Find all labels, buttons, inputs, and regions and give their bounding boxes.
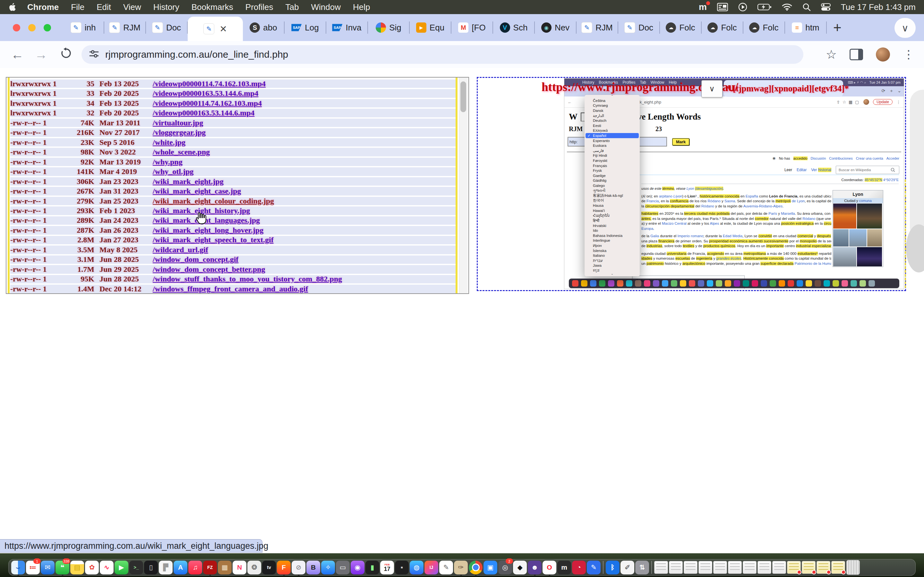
bookmark-star-icon[interactable]: ☆ — [826, 47, 837, 61]
side-panel-icon[interactable] — [850, 49, 863, 60]
reminders-icon[interactable]: ≔1 — [26, 559, 40, 575]
language-option[interactable]: Dansk — [585, 108, 640, 113]
new-tab-button[interactable]: + — [833, 19, 842, 35]
tab-RJM[interactable]: ✎RJM — [577, 14, 618, 41]
language-option[interactable]: Føroyskt — [585, 158, 640, 163]
back-button[interactable]: ← — [11, 47, 24, 62]
minimize-window-button[interactable] — [28, 24, 36, 31]
forward-button[interactable]: → — [35, 47, 47, 62]
language-option[interactable]: 한국어 — [585, 198, 640, 203]
minimized-webpage-window[interactable] — [787, 559, 801, 575]
language-option-selected[interactable]: ✓Español — [586, 133, 639, 138]
do-not-disturb-icon[interactable]: ⊘ — [292, 559, 305, 575]
facetime-icon[interactable]: ▶ — [115, 559, 128, 575]
notability-icon[interactable]: ✎ — [587, 559, 601, 575]
language-option[interactable]: Cymraeg — [585, 103, 640, 108]
minimized-document-window[interactable] — [669, 559, 683, 575]
music-icon[interactable]: ♫ — [188, 559, 202, 575]
language-option[interactable]: Galego — [585, 183, 640, 188]
zoom-icon[interactable]: ▣ — [483, 559, 497, 575]
minimized-document-window[interactable] — [713, 559, 727, 575]
file-link[interactable]: /windows_ffmpeg_front_camera_and_audio.g… — [153, 285, 308, 293]
minimized-document-window[interactable] — [654, 559, 668, 575]
menu-item-chrome[interactable]: Chrome — [21, 2, 65, 12]
language-option[interactable]: עברית — [585, 258, 640, 263]
language-option[interactable]: Čeština — [585, 98, 640, 103]
tab-Folc[interactable]: ☁Folc — [743, 14, 784, 41]
language-option[interactable]: Esperanto — [585, 138, 640, 143]
listing-scrollbar[interactable] — [459, 77, 468, 293]
profile-avatar[interactable] — [876, 47, 890, 61]
language-option[interactable]: Interlingue — [585, 238, 640, 243]
language-option[interactable]: Fiji Hindi — [585, 153, 640, 158]
spiral-app-icon[interactable]: ◎2 — [498, 559, 512, 575]
language-option[interactable]: Ελληνικά — [585, 128, 640, 133]
iphone-mirroring-icon[interactable]: ▯ — [144, 559, 158, 575]
minimized-webpage-window[interactable] — [802, 559, 816, 575]
transfer-app-icon[interactable]: ⇅ — [635, 559, 649, 575]
tab-active[interactable]: ✎✕ — [188, 17, 243, 41]
file-link[interactable]: /white.jpg — [153, 138, 186, 147]
bbedit-icon[interactable]: B — [306, 559, 320, 575]
tab-Folc[interactable]: ☁Folc — [702, 14, 743, 41]
language-option[interactable]: Ирон — [585, 243, 640, 248]
file-link[interactable]: /videowp0000163.53.144.6.mp4 — [153, 109, 254, 117]
menu-bar-clock[interactable]: Tue 17 Feb 1:43 pm — [841, 2, 916, 12]
file-link[interactable]: /window_dom_concept_better.png — [153, 265, 265, 274]
file-link[interactable]: /wiki_mark_eight_speech_to_text.gif — [153, 235, 274, 244]
inkscape-icon[interactable]: ◆ — [513, 559, 527, 575]
control-center-icon[interactable] — [821, 3, 830, 11]
keyboard-switcher-icon[interactable] — [717, 3, 728, 11]
moo-app-icon[interactable]: m — [557, 559, 571, 575]
minimized-document-window[interactable] — [758, 559, 771, 575]
files-icon[interactable]: ▦ — [218, 559, 232, 575]
file-link[interactable]: /vloggergear.jpg — [153, 128, 206, 137]
tab-close-icon[interactable]: ✕ — [220, 24, 227, 34]
photos-icon[interactable]: ✿ — [85, 559, 99, 575]
wifi-icon[interactable] — [782, 3, 792, 11]
language-select-control[interactable]: ∨ — [701, 80, 722, 97]
tab-Log[interactable]: SAPLog — [284, 14, 326, 41]
language-option[interactable]: ગુજરાતી — [585, 188, 640, 193]
health-icon[interactable]: ∿ — [100, 559, 113, 575]
address-bar[interactable]: rjmprogramming.com.au/one_line_find.php — [81, 45, 803, 64]
menu-item-tab[interactable]: Tab — [279, 2, 305, 12]
tab-Nev[interactable]: ◉Nev — [535, 14, 576, 41]
file-link[interactable]: /why_otl.jpg — [153, 167, 194, 176]
file-link[interactable]: /why.png — [153, 158, 183, 166]
keychain-icon[interactable]: ❂ — [247, 559, 261, 575]
zoom-window-button[interactable] — [44, 24, 51, 31]
file-link[interactable]: /wiki_mark_eight_long_hover.jpg — [153, 226, 263, 235]
language-option[interactable]: Հայերեն — [585, 213, 640, 218]
finder-icon[interactable]: ⌣ — [11, 559, 25, 575]
language-option[interactable]: Íslenska — [585, 248, 640, 253]
preview-doc-icon[interactable]: ▛ — [159, 559, 173, 575]
close-window-button[interactable] — [13, 24, 20, 31]
language-option[interactable]: Bahasa Indonesia — [585, 233, 640, 238]
language-option[interactable]: Deutsch — [585, 118, 640, 123]
tab-inh[interactable]: ✎inh — [63, 14, 103, 41]
file-link[interactable]: /videowp00000114.74.162.103.mp4 — [153, 79, 266, 88]
pencil-app-icon[interactable]: ✐ — [620, 559, 634, 575]
menu-item-view[interactable]: View — [117, 2, 147, 12]
file-link[interactable]: /virtualtour.jpg — [153, 119, 203, 127]
intellij-icon[interactable]: IJ — [425, 559, 438, 575]
language-option[interactable]: فارسی — [585, 148, 640, 153]
gimp-icon[interactable]: ✑ — [454, 559, 468, 575]
file-link[interactable]: /whole_scene.png — [153, 148, 210, 156]
spotlight-search-icon[interactable] — [803, 3, 811, 11]
menu-item-file[interactable]: File — [65, 2, 90, 12]
file-link[interactable]: /wiki_mark_eight_case.jpg — [153, 187, 241, 195]
dropdown-scroll-down-icon[interactable]: ⌄ — [585, 272, 640, 276]
tab-Doc[interactable]: ✎Doc — [146, 14, 187, 41]
file-link[interactable]: /window_stuff_thanks_to_moo_you_tistory_… — [153, 275, 342, 284]
language-option[interactable]: हिन्दी — [585, 218, 640, 223]
siri-icon[interactable]: ◍ — [410, 559, 423, 575]
trash-icon[interactable] — [846, 559, 860, 575]
minimized-document-window[interactable] — [743, 559, 756, 575]
scrollbar-thumb[interactable] — [460, 81, 466, 112]
menu-item-history[interactable]: History — [147, 2, 186, 12]
purple-app-icon[interactable]: ☻ — [528, 559, 541, 575]
site-settings-icon[interactable] — [89, 48, 99, 61]
app-store-icon[interactable]: A — [174, 559, 187, 575]
